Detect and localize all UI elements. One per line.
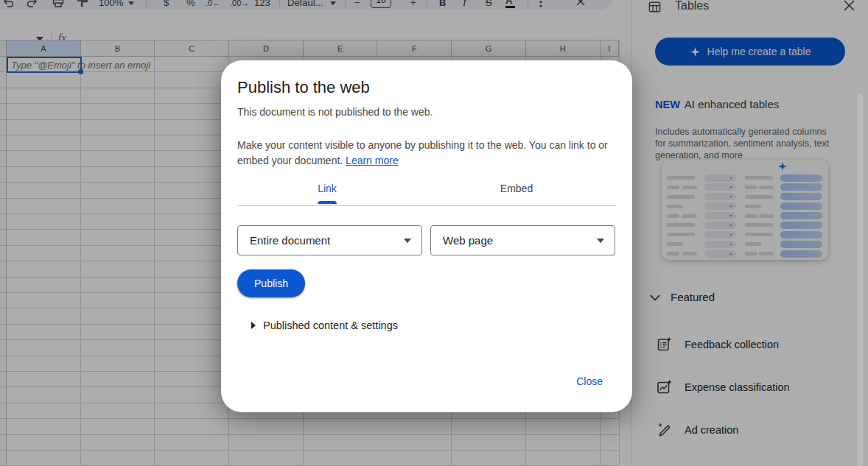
tab-embed[interactable]: Embed [500,183,533,194]
active-tab-indicator [318,201,337,204]
expand-arrow-icon [251,322,256,329]
publish-scope-dropdown[interactable]: Entire document [237,225,422,255]
publish-status-text: This document is not published to the we… [237,106,433,118]
publish-dialog: Publish to the web This document is not … [221,60,632,412]
chevron-down-icon [597,239,604,243]
publish-format-dropdown[interactable]: Web page [430,225,615,255]
publish-description: Make your content visible to anyone by p… [237,138,617,168]
publish-button[interactable]: Publish [237,269,305,297]
chevron-down-icon [404,239,411,243]
tabs-divider [237,205,616,206]
published-content-settings-expander[interactable]: Published content & settings [251,320,398,331]
close-button[interactable]: Close [576,375,603,387]
screen: 100% $ % .0← .00→ 123 Defaul... − 10 + B… [0,0,868,466]
dialog-title: Publish to the web [237,78,370,97]
sidebar-scrollbar[interactable] [858,94,863,466]
learn-more-link[interactable]: Learn more [346,155,399,166]
tab-link[interactable]: Link [318,183,337,194]
